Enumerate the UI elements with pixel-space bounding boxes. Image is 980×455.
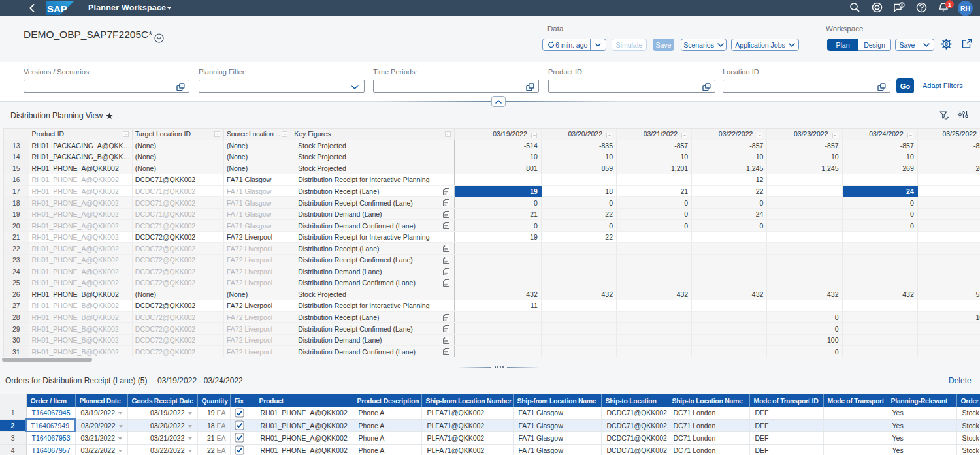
svg-text:SAP: SAP <box>47 3 67 14</box>
